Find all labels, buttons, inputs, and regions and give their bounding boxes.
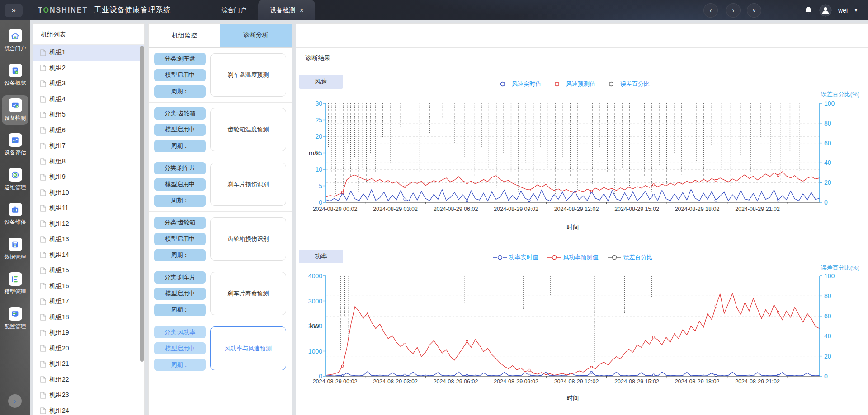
machine-list-item[interactable]: 机组12 — [33, 216, 144, 232]
model-panel-tabs: 机组监控诊断分析 — [149, 24, 292, 48]
sidebar-item-label: 运维管理 — [5, 184, 26, 191]
svg-text:2024-08-29 12:02: 2024-08-29 12:02 — [554, 206, 599, 212]
file-icon — [40, 361, 46, 368]
machine-name: 机组19 — [49, 329, 69, 337]
model-card-title[interactable]: 齿轮箱温度预测 — [210, 108, 286, 151]
machine-list-item[interactable]: 机组15 — [33, 263, 144, 279]
machine-list-item[interactable]: 机组9 — [33, 169, 144, 185]
machine-list-item[interactable]: 机组3 — [33, 76, 144, 92]
model-card-title[interactable]: 风功率与风速预测 — [210, 326, 286, 370]
machine-name: 机组4 — [49, 95, 66, 103]
user-name[interactable]: wei — [838, 7, 848, 14]
model-card-title[interactable]: 齿轮箱损伤识别 — [210, 217, 286, 261]
category-pill: 分类:刹车片 — [154, 271, 206, 284]
machine-list-item[interactable]: 机组23 — [33, 387, 144, 403]
file-icon — [40, 49, 46, 56]
sidebar-item-2[interactable]: 设备概览 — [2, 61, 28, 90]
machine-list-item[interactable]: 机组1 — [33, 45, 144, 61]
machine-list-item[interactable]: 机组21 — [33, 356, 144, 372]
sidebar-item-4[interactable]: 设备评估 — [2, 130, 28, 159]
sidebar-item-9[interactable]: 配置管理 — [2, 304, 28, 333]
model-card-6: 分类:风功率模型启用中周期：风功率与风速预测 — [149, 321, 292, 376]
machine-list-item[interactable]: 机组19 — [33, 325, 144, 341]
nav-forward-button[interactable]: › — [726, 3, 741, 18]
device-evaluate-icon — [9, 133, 22, 147]
model-card-tags: 分类:齿轮箱模型启用中周期： — [154, 215, 206, 262]
model-card-tags: 分类:刹车片模型启用中周期： — [154, 270, 206, 317]
header-right-controls: ‹ › ˅ wei ▼ — [703, 3, 858, 18]
category-pill: 分类:齿轮箱 — [154, 217, 206, 229]
machine-name: 机组12 — [49, 220, 69, 228]
svg-text:误差百分比(%): 误差百分比(%) — [821, 91, 859, 98]
sidebar-item-1[interactable]: 综合门户 — [2, 26, 28, 55]
svg-text:2024-08-29 18:02: 2024-08-29 18:02 — [675, 378, 720, 385]
machine-name: 机组23 — [49, 391, 69, 399]
sidebar-item-5[interactable]: 运维管理 — [2, 165, 28, 194]
svg-text:80: 80 — [824, 120, 831, 127]
sidebar-item-3[interactable]: 设备检测 — [2, 95, 28, 125]
user-menu-caret-icon[interactable]: ▼ — [854, 8, 858, 13]
tab-close-icon[interactable]: × — [300, 7, 303, 14]
status-pill: 模型启用中 — [154, 342, 206, 354]
machine-list-scrollbar[interactable] — [140, 46, 144, 362]
category-pill: 分类:刹车片 — [154, 162, 206, 174]
nav-back-button[interactable]: ‹ — [703, 3, 718, 18]
file-icon — [40, 330, 46, 336]
status-pill: 模型启用中 — [154, 233, 206, 245]
notification-bell-icon[interactable] — [804, 6, 813, 15]
svg-text:60: 60 — [824, 140, 831, 147]
sidebar-item-7[interactable]: 数据管理 — [2, 234, 28, 264]
machine-list-item[interactable]: 机组20 — [33, 341, 144, 357]
machine-name: 机组11 — [49, 204, 69, 212]
model-card-title[interactable]: 刹车片寿命预测 — [210, 272, 286, 315]
period-pill: 周期： — [154, 304, 206, 316]
machine-list-item[interactable]: 机组14 — [33, 247, 144, 263]
machine-name: 机组24 — [49, 407, 69, 415]
svg-text:2024-08-29 06:02: 2024-08-29 06:02 — [434, 378, 478, 385]
machine-list-item[interactable]: 机组2 — [33, 61, 144, 76]
machine-name: 机组15 — [49, 266, 69, 275]
machine-list-item[interactable]: 机组18 — [33, 310, 144, 326]
svg-text:1000: 1000 — [308, 348, 322, 355]
machine-list-item[interactable]: 机组6 — [33, 123, 144, 139]
sidebar-expand-button[interactable]: » — [5, 4, 23, 17]
svg-text:40: 40 — [824, 159, 831, 166]
machine-list-item[interactable]: 机组17 — [33, 294, 144, 310]
machine-list-item[interactable]: 机组13 — [33, 232, 144, 247]
machine-list-item[interactable]: 机组5 — [33, 107, 144, 123]
machine-name: 机组5 — [49, 111, 66, 119]
model-card-2: 分类:齿轮箱模型启用中周期：齿轮箱温度预测 — [149, 103, 292, 157]
model-panel-tab-1[interactable]: 机组监控 — [149, 24, 220, 47]
tabs-dropdown-button[interactable]: ˅ — [747, 3, 761, 18]
sidebar-item-label: 设备维保 — [5, 219, 26, 226]
file-icon — [40, 283, 46, 289]
machine-list-item[interactable]: 机组24 — [33, 403, 144, 415]
header-tab-2[interactable]: 设备检测× — [258, 0, 315, 20]
sidebar-item-6[interactable]: 设备维保 — [2, 200, 28, 229]
machine-list-item[interactable]: 机组22 — [33, 372, 144, 388]
machine-list-item[interactable]: 机组7 — [33, 138, 144, 154]
maintenance-icon — [9, 203, 22, 216]
machine-list-item[interactable]: 机组11 — [33, 201, 144, 216]
svg-text:2024-08-29 03:02: 2024-08-29 03:02 — [373, 378, 418, 385]
file-icon — [40, 174, 46, 181]
sidebar-item-8[interactable]: 模型管理 — [2, 269, 28, 298]
machine-list-item[interactable]: 机组16 — [33, 279, 144, 294]
user-avatar[interactable] — [819, 4, 832, 17]
model-card-title[interactable]: 刹车片损伤识别 — [210, 163, 286, 206]
model-card-title[interactable]: 刹车盘温度预测 — [210, 53, 286, 97]
machine-name: 机组18 — [49, 313, 69, 322]
sidebar-collapse-button[interactable]: › — [8, 394, 22, 408]
period-pill: 周期： — [154, 249, 206, 261]
svg-text:0: 0 — [824, 199, 828, 206]
model-panel-tab-2[interactable]: 诊断分析 — [220, 24, 292, 47]
file-icon — [40, 314, 46, 321]
sidebar: › 综合门户设备概览设备检测设备评估运维管理设备维保数据管理模型管理配置管理 — [0, 20, 30, 415]
model-card-list: 分类:刹车盘模型启用中周期：刹车盘温度预测分类:齿轮箱模型启用中周期：齿轮箱温度… — [149, 48, 292, 376]
header-tab-1[interactable]: 综合门户 — [209, 0, 258, 20]
svg-text:2024-08-29 12:02: 2024-08-29 12:02 — [554, 378, 599, 385]
machine-list-item[interactable]: 机组4 — [33, 92, 144, 107]
machine-list-item[interactable]: 机组10 — [33, 185, 144, 201]
svg-text:m/s: m/s — [309, 149, 320, 157]
machine-list-item[interactable]: 机组8 — [33, 154, 144, 170]
